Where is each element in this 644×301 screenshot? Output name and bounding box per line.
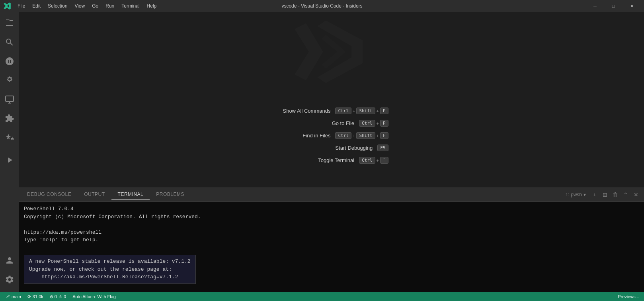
terminal-prompt-line: PS C:\Users\merogge\repos\vscode> bbox=[24, 287, 639, 293]
shortcut-keys-4: F5 bbox=[377, 145, 388, 151]
menu-run[interactable]: Run bbox=[102, 2, 117, 10]
maximize-panel-button[interactable]: ⌃ bbox=[621, 190, 630, 199]
key-f5: F5 bbox=[377, 145, 388, 151]
activity-settings[interactable] bbox=[0, 270, 19, 289]
kill-terminal-button[interactable]: 🗑 bbox=[611, 190, 620, 199]
activity-account[interactable] bbox=[0, 251, 19, 270]
activity-testing[interactable] bbox=[0, 128, 19, 147]
status-errors[interactable]: ⟳ 31.0k bbox=[26, 294, 45, 299]
remote-icon bbox=[5, 95, 14, 104]
activity-source-action[interactable] bbox=[0, 150, 19, 170]
shortcut-keys-1: Ctrl + Shift + P bbox=[335, 108, 388, 114]
maximize-button[interactable]: □ bbox=[604, 0, 623, 12]
error-icon: ⊗ 0 bbox=[50, 294, 57, 299]
menu-terminal[interactable]: Terminal bbox=[118, 2, 142, 10]
account-icon bbox=[5, 256, 14, 265]
split-terminal-button[interactable]: ⊞ bbox=[600, 190, 610, 199]
menu-edit[interactable]: Edit bbox=[29, 2, 44, 10]
search-icon bbox=[5, 37, 14, 47]
shortcut-row-3: Find in Files Ctrl + Shift + F bbox=[275, 132, 388, 139]
activity-debug[interactable] bbox=[0, 71, 19, 90]
key-p-2: P bbox=[380, 120, 388, 127]
menu-help[interactable]: Help bbox=[144, 2, 160, 10]
shortcut-keys-2: Ctrl + P bbox=[359, 120, 388, 127]
status-bar-left: ⎇ main ⟳ 31.0k ⊗ 0 ⚠ 0 Auto Attach: With… bbox=[3, 294, 117, 299]
testing-icon bbox=[5, 133, 14, 143]
settings-icon bbox=[5, 275, 14, 284]
notice-line-1: A new PowerShell stable release is avail… bbox=[29, 258, 191, 266]
key-shift-1: Shift bbox=[356, 108, 375, 114]
activity-extensions[interactable] bbox=[0, 109, 19, 128]
auto-attach-text: Auto Attach: With Flag bbox=[72, 294, 116, 299]
error-count: 31.0k bbox=[33, 294, 43, 299]
activity-bar-bottom bbox=[0, 251, 19, 292]
activity-remote[interactable] bbox=[0, 90, 19, 109]
menu-file[interactable]: File bbox=[14, 2, 28, 10]
previews-text: Previews... bbox=[618, 294, 639, 299]
shortcut-label-4: Start Debugging bbox=[317, 145, 373, 151]
key-ctrl-3: Ctrl bbox=[335, 132, 351, 139]
svg-marker-8 bbox=[295, 23, 323, 80]
menu-go[interactable]: Go bbox=[89, 2, 101, 10]
window-controls: ─ □ ✕ bbox=[586, 0, 641, 12]
terminal-line-2: Copyright (c) Microsoft Corporation. All… bbox=[24, 213, 639, 221]
key-f-3: F bbox=[380, 132, 388, 139]
terminal-line-3 bbox=[24, 221, 639, 229]
activity-search[interactable] bbox=[0, 33, 19, 52]
shortcut-label-3: Find in Files bbox=[275, 133, 330, 139]
tab-output[interactable]: OUTPUT bbox=[78, 189, 111, 200]
svg-rect-5 bbox=[6, 96, 14, 102]
menu-view[interactable]: View bbox=[71, 2, 88, 10]
debug-icon bbox=[5, 76, 14, 85]
title-bar: File Edit Selection View Go Run Terminal… bbox=[0, 0, 644, 12]
status-auto-attach[interactable]: Auto Attach: With Flag bbox=[71, 294, 117, 299]
terminal-name-text: 1: pwsh bbox=[566, 192, 582, 197]
key-ctrl-1: Ctrl bbox=[335, 108, 351, 114]
add-terminal-button[interactable]: + bbox=[590, 190, 599, 199]
tab-terminal[interactable]: TERMINAL bbox=[111, 189, 150, 200]
menu-selection[interactable]: Selection bbox=[45, 2, 70, 10]
key-ctrl-5: Ctrl bbox=[359, 157, 375, 164]
shortcut-row-1: Show All Commands Ctrl + Shift + P bbox=[275, 108, 388, 114]
terminal-panel: DEBUG CONSOLE OUTPUT TERMINAL PROBLEMS 1… bbox=[19, 188, 644, 292]
activity-source-control[interactable] bbox=[0, 52, 19, 71]
panel-tabs: DEBUG CONSOLE OUTPUT TERMINAL PROBLEMS 1… bbox=[19, 188, 644, 202]
tab-problems[interactable]: PROBLEMS bbox=[150, 189, 191, 200]
chevron-down-icon: ▾ bbox=[584, 192, 586, 197]
editor-area: Show All Commands Ctrl + Shift + P Go to… bbox=[19, 12, 644, 292]
status-previews[interactable]: Previews... bbox=[616, 294, 641, 299]
terminal-line-1: PowerShell 7.0.4 bbox=[24, 205, 639, 213]
shortcut-row-4: Start Debugging F5 bbox=[275, 145, 388, 151]
terminal-notice-box: A new PowerShell stable release is avail… bbox=[24, 255, 196, 284]
title-bar-menu: File Edit Selection View Go Run Terminal… bbox=[3, 2, 160, 10]
vscode-logo-icon bbox=[3, 2, 11, 10]
close-panel-button[interactable]: ✕ bbox=[631, 190, 641, 199]
activity-bar bbox=[0, 12, 19, 292]
shortcut-keys-3: Ctrl + Shift + F bbox=[335, 132, 388, 139]
notice-line-3: https://aka.ms/PowerShell-Release?tag=v7… bbox=[29, 273, 191, 281]
shortcut-row-5: Toggle Terminal Ctrl + ` bbox=[275, 157, 388, 164]
shortcut-row-2: Go to File Ctrl + P bbox=[275, 120, 388, 127]
key-shift-3: Shift bbox=[356, 132, 375, 139]
shortcuts-container: Show All Commands Ctrl + Shift + P Go to… bbox=[275, 108, 388, 164]
shortcut-label-5: Toggle Terminal bbox=[299, 157, 354, 163]
sync-icon: ⟳ bbox=[27, 294, 31, 299]
status-bar-right: Previews... bbox=[616, 294, 641, 299]
vscode-welcome-logo bbox=[288, 12, 375, 92]
extensions-icon bbox=[5, 114, 14, 123]
tab-debug-console[interactable]: DEBUG CONSOLE bbox=[21, 189, 78, 200]
status-branch[interactable]: ⎇ main bbox=[3, 294, 23, 299]
key-ctrl-2: Ctrl bbox=[359, 120, 375, 127]
terminal-name[interactable]: 1: pwsh ▾ bbox=[562, 191, 589, 198]
notice-line-2: Upgrade now, or check out the release pa… bbox=[29, 266, 191, 274]
status-problems[interactable]: ⊗ 0 ⚠ 0 bbox=[48, 294, 68, 299]
close-button[interactable]: ✕ bbox=[623, 0, 641, 12]
shortcut-keys-5: Ctrl + ` bbox=[359, 157, 388, 164]
branch-name: main bbox=[12, 294, 21, 299]
warning-icon: ⚠ 0 bbox=[59, 294, 66, 299]
terminal-line-5: Type 'help' to get help. bbox=[24, 236, 639, 244]
terminal-content[interactable]: PowerShell 7.0.4 Copyright (c) Microsoft… bbox=[19, 202, 644, 292]
minimize-button[interactable]: ─ bbox=[586, 0, 604, 12]
svg-point-1 bbox=[7, 62, 8, 64]
activity-explorer[interactable] bbox=[0, 14, 19, 33]
